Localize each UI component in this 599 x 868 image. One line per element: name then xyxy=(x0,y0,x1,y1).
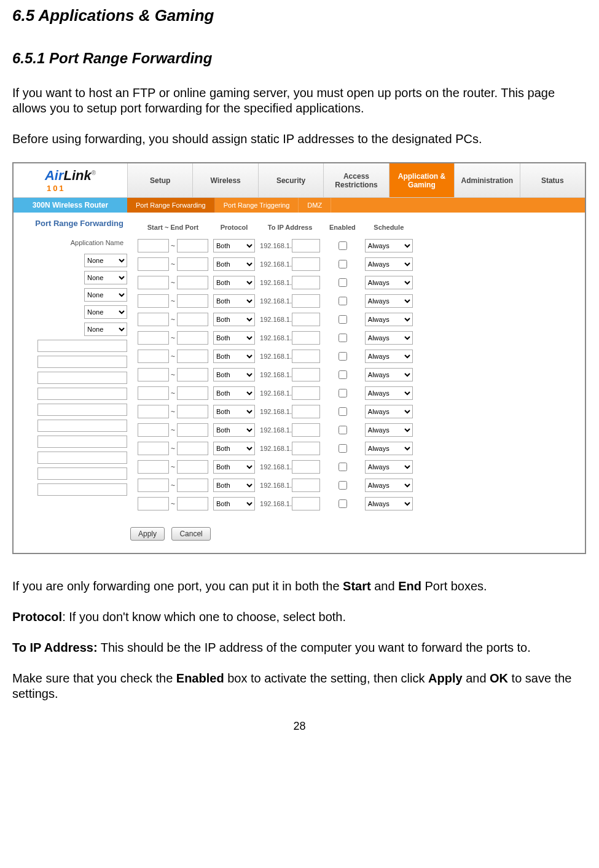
application-select[interactable]: None xyxy=(84,323,127,336)
end-port-input[interactable] xyxy=(177,405,208,418)
schedule-select[interactable]: Always xyxy=(365,479,413,492)
schedule-select[interactable]: Always xyxy=(365,294,413,308)
enabled-checkbox[interactable] xyxy=(339,260,347,268)
application-select[interactable]: None xyxy=(84,271,127,284)
start-port-input[interactable] xyxy=(138,442,169,455)
sub-tab-port-range-forwarding[interactable]: Port Range Forwarding xyxy=(127,198,215,213)
application-select[interactable]: None xyxy=(84,254,127,267)
main-tab-setup[interactable]: Setup xyxy=(127,163,192,197)
application-name-input[interactable] xyxy=(37,467,127,480)
ip-last-octet-input[interactable] xyxy=(292,442,320,455)
sub-tab-dmz[interactable]: DMZ xyxy=(299,198,331,213)
enabled-checkbox[interactable] xyxy=(339,241,347,250)
schedule-select[interactable]: Always xyxy=(365,313,413,326)
enabled-checkbox[interactable] xyxy=(339,499,347,508)
enabled-checkbox[interactable] xyxy=(339,370,347,379)
ip-last-octet-input[interactable] xyxy=(292,460,320,474)
start-port-input[interactable] xyxy=(138,386,169,400)
end-port-input[interactable] xyxy=(177,479,208,492)
start-port-input[interactable] xyxy=(138,460,169,474)
enabled-checkbox[interactable] xyxy=(339,334,347,342)
end-port-input[interactable] xyxy=(177,313,208,326)
schedule-select[interactable]: Always xyxy=(365,331,413,345)
schedule-select[interactable]: Always xyxy=(365,368,413,381)
enabled-checkbox[interactable] xyxy=(339,352,347,361)
end-port-input[interactable] xyxy=(177,386,208,400)
ip-last-octet-input[interactable] xyxy=(292,423,320,437)
application-name-input[interactable] xyxy=(37,356,127,368)
ip-last-octet-input[interactable] xyxy=(292,497,320,510)
protocol-select[interactable]: Both xyxy=(213,405,255,418)
protocol-select[interactable]: Both xyxy=(213,368,255,381)
start-port-input[interactable] xyxy=(138,313,169,326)
start-port-input[interactable] xyxy=(138,423,169,437)
application-name-input[interactable] xyxy=(37,452,127,464)
start-port-input[interactable] xyxy=(138,405,169,418)
enabled-checkbox[interactable] xyxy=(339,481,347,490)
ip-last-octet-input[interactable] xyxy=(292,479,320,492)
end-port-input[interactable] xyxy=(177,497,208,510)
end-port-input[interactable] xyxy=(177,423,208,437)
protocol-select[interactable]: Both xyxy=(213,239,255,252)
protocol-select[interactable]: Both xyxy=(213,479,255,492)
main-tab-status[interactable]: Status xyxy=(520,163,585,197)
enabled-checkbox[interactable] xyxy=(339,463,347,471)
application-name-input[interactable] xyxy=(37,404,127,416)
schedule-select[interactable]: Always xyxy=(365,497,413,510)
end-port-input[interactable] xyxy=(177,294,208,308)
schedule-select[interactable]: Always xyxy=(365,239,413,252)
protocol-select[interactable]: Both xyxy=(213,423,255,437)
protocol-select[interactable]: Both xyxy=(213,276,255,289)
enabled-checkbox[interactable] xyxy=(339,426,347,434)
ip-last-octet-input[interactable] xyxy=(292,239,320,252)
enabled-checkbox[interactable] xyxy=(339,297,347,305)
end-port-input[interactable] xyxy=(177,276,208,289)
end-port-input[interactable] xyxy=(177,368,208,381)
end-port-input[interactable] xyxy=(177,239,208,252)
ip-last-octet-input[interactable] xyxy=(292,386,320,400)
ip-last-octet-input[interactable] xyxy=(292,294,320,308)
start-port-input[interactable] xyxy=(138,368,169,381)
enabled-checkbox[interactable] xyxy=(339,389,347,397)
start-port-input[interactable] xyxy=(138,294,169,308)
enabled-checkbox[interactable] xyxy=(339,444,347,453)
main-tab-access-restrictions[interactable]: Access Restrictions xyxy=(323,163,388,197)
enabled-checkbox[interactable] xyxy=(339,278,347,287)
schedule-select[interactable]: Always xyxy=(365,460,413,474)
end-port-input[interactable] xyxy=(177,442,208,455)
application-name-input[interactable] xyxy=(37,340,127,352)
application-name-input[interactable] xyxy=(37,436,127,448)
ip-last-octet-input[interactable] xyxy=(292,276,320,289)
protocol-select[interactable]: Both xyxy=(213,313,255,326)
end-port-input[interactable] xyxy=(177,331,208,345)
schedule-select[interactable]: Always xyxy=(365,442,413,455)
protocol-select[interactable]: Both xyxy=(213,460,255,474)
start-port-input[interactable] xyxy=(138,350,169,363)
application-name-input[interactable] xyxy=(37,420,127,432)
protocol-select[interactable]: Both xyxy=(213,386,255,400)
apply-button[interactable]: Apply xyxy=(130,527,165,541)
application-select[interactable]: None xyxy=(84,305,127,319)
start-port-input[interactable] xyxy=(138,497,169,510)
schedule-select[interactable]: Always xyxy=(365,276,413,289)
ip-last-octet-input[interactable] xyxy=(292,405,320,418)
schedule-select[interactable]: Always xyxy=(365,257,413,271)
protocol-select[interactable]: Both xyxy=(213,350,255,363)
protocol-select[interactable]: Both xyxy=(213,331,255,345)
ip-last-octet-input[interactable] xyxy=(292,313,320,326)
protocol-select[interactable]: Both xyxy=(213,442,255,455)
schedule-select[interactable]: Always xyxy=(365,405,413,418)
end-port-input[interactable] xyxy=(177,460,208,474)
enabled-checkbox[interactable] xyxy=(339,315,347,324)
end-port-input[interactable] xyxy=(177,350,208,363)
protocol-select[interactable]: Both xyxy=(213,257,255,271)
protocol-select[interactable]: Both xyxy=(213,294,255,308)
ip-last-octet-input[interactable] xyxy=(292,257,320,271)
application-select[interactable]: None xyxy=(84,288,127,302)
main-tab-security[interactable]: Security xyxy=(258,163,323,197)
sub-tab-port-range-triggering[interactable]: Port Range Triggering xyxy=(215,198,299,213)
start-port-input[interactable] xyxy=(138,239,169,252)
ip-last-octet-input[interactable] xyxy=(292,368,320,381)
start-port-input[interactable] xyxy=(138,331,169,345)
schedule-select[interactable]: Always xyxy=(365,423,413,437)
